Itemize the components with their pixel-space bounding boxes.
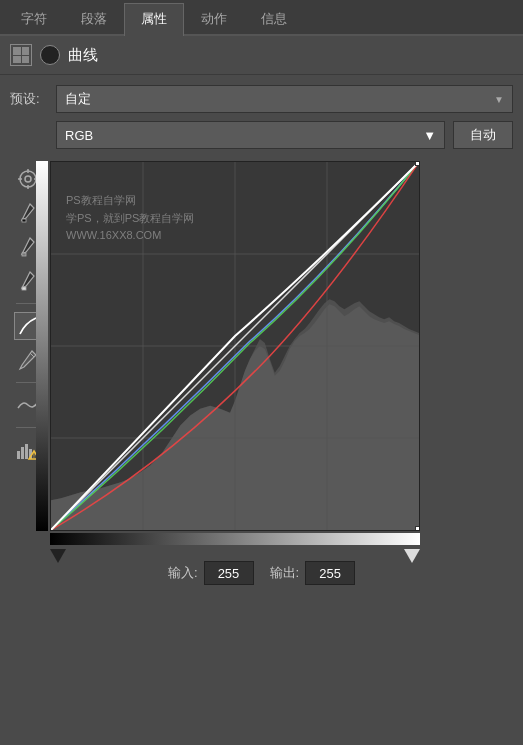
channel-value: RGB (65, 128, 93, 143)
svg-rect-9 (17, 451, 20, 459)
curve-point-top-right[interactable] (415, 161, 420, 166)
panel-title: 曲线 (68, 46, 98, 65)
horizontal-gradient (50, 533, 420, 545)
tab-actions[interactable]: 动作 (184, 3, 244, 36)
bottom-inputs: 输入: 输出: (0, 551, 523, 595)
tab-info[interactable]: 信息 (244, 3, 304, 36)
svg-rect-10 (21, 447, 24, 459)
vertical-gradient (36, 161, 48, 531)
channel-dropdown[interactable]: RGB ▼ (56, 121, 445, 149)
input-field[interactable] (204, 561, 254, 585)
preset-dropdown[interactable]: 自定 ▼ (56, 85, 513, 113)
tab-character[interactable]: 字符 (4, 3, 64, 36)
auto-button[interactable]: 自动 (453, 121, 513, 149)
svg-rect-8 (22, 287, 26, 290)
channel-row: RGB ▼ 自动 (56, 121, 513, 149)
svg-rect-6 (22, 219, 26, 222)
svg-rect-11 (25, 444, 28, 459)
output-label: 输出: (270, 564, 300, 582)
input-group-output: 输出: (270, 561, 356, 585)
tab-paragraph[interactable]: 段落 (64, 3, 124, 36)
svg-point-1 (25, 176, 31, 182)
channel-arrow-icon: ▼ (423, 128, 436, 143)
svg-rect-7 (22, 253, 26, 256)
curve-canvas[interactable]: PS教程自学网 学PS，就到PS教程自学网 WWW.16XX8.COM (50, 161, 420, 531)
histogram-svg (51, 162, 419, 530)
highlight-triangle[interactable] (404, 549, 420, 563)
panel-header: 曲线 (0, 36, 523, 75)
shadow-triangle[interactable] (50, 549, 66, 563)
preset-label: 预设: (10, 90, 48, 108)
input-group-input: 输入: (168, 561, 254, 585)
panel-circle-icon[interactable] (40, 45, 60, 65)
output-field[interactable] (305, 561, 355, 585)
svg-point-0 (20, 171, 36, 187)
panel-grid-icon[interactable] (10, 44, 32, 66)
svg-text:!: ! (33, 452, 35, 459)
main-content: ! (0, 155, 523, 551)
curve-point-bottom-left[interactable] (415, 526, 420, 531)
preset-value: 自定 (65, 90, 91, 108)
preset-row: 预设: 自定 ▼ (10, 85, 513, 113)
input-label: 输入: (168, 564, 198, 582)
tab-properties[interactable]: 属性 (124, 3, 184, 36)
controls-area: 预设: 自定 ▼ RGB ▼ 自动 (0, 75, 523, 155)
curve-area: PS教程自学网 学PS，就到PS教程自学网 WWW.16XX8.COM (50, 161, 513, 545)
preset-arrow-icon: ▼ (494, 94, 504, 105)
tab-bar: 字符 段落 属性 动作 信息 (0, 0, 523, 36)
